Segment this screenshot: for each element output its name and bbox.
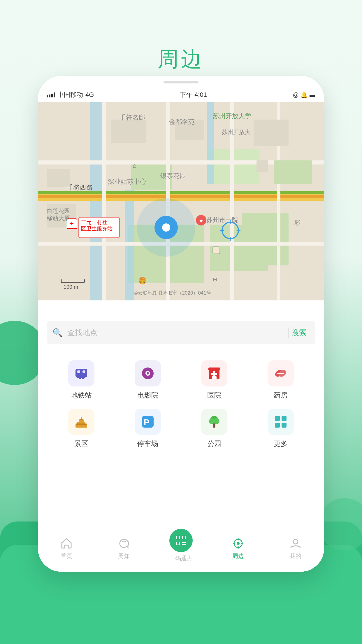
svg-rect-63 <box>82 370 85 373</box>
poi-subway[interactable]: 地铁站 <box>52 360 110 400</box>
phone-frame: 中国移动 4G 下午 4:01 @ 🔔 ▬ <box>38 76 324 572</box>
signal-bar-4 <box>54 92 55 97</box>
svg-rect-95 <box>282 416 287 421</box>
search-bar[interactable]: 🔍 查找地点 搜索 <box>47 321 315 344</box>
status-right: @ 🔔 ▬ <box>293 91 315 98</box>
svg-rect-59 <box>213 247 220 254</box>
parking-icon: P <box>135 409 161 435</box>
signal-bar-2 <box>49 94 50 97</box>
svg-text:©云联地图 图苏E审（2020）041号: ©云联地图 图苏E审（2020）041号 <box>134 290 211 296</box>
svg-point-114 <box>293 539 298 544</box>
park-label: 公园 <box>207 439 221 448</box>
svg-rect-105 <box>184 542 186 543</box>
svg-rect-94 <box>275 416 280 421</box>
status-left: 中国移动 4G <box>47 90 94 99</box>
svg-rect-78 <box>212 376 217 379</box>
svg-rect-106 <box>182 544 184 545</box>
cinema-label: 电影院 <box>137 391 158 400</box>
poi-cinema[interactable]: 电影院 <box>119 360 177 400</box>
svg-text:⌂: ⌂ <box>133 162 136 169</box>
tab-notice[interactable]: 周知 <box>95 537 152 560</box>
svg-rect-61 <box>75 369 87 377</box>
tab-nearby-label: 周边 <box>232 552 244 560</box>
scenic-label: 景区 <box>74 439 88 448</box>
svg-rect-23 <box>274 160 312 184</box>
svg-point-109 <box>237 542 240 545</box>
cinema-icon <box>135 360 161 386</box>
search-icon: 🔍 <box>52 328 63 337</box>
svg-rect-99 <box>177 536 179 539</box>
network-type: 4G <box>85 91 94 99</box>
tab-home[interactable]: 首页 <box>38 537 95 560</box>
svg-text:P: P <box>144 417 150 427</box>
svg-text:银泰花园: 银泰花园 <box>160 172 186 179</box>
svg-rect-96 <box>275 423 280 428</box>
map-container[interactable]: 千符名邸 金都名苑 苏州开放大学 苏州开放大 白莲花园 移动大厦 深业姑苏中心 … <box>38 102 324 300</box>
svg-rect-24 <box>256 160 268 172</box>
search-button[interactable]: 搜索 <box>288 328 310 338</box>
search-placeholder[interactable]: 查找地点 <box>67 328 284 338</box>
svg-rect-6 <box>90 102 102 300</box>
hospital-icon <box>201 360 227 386</box>
svg-rect-22 <box>254 120 289 146</box>
poi-grid: 地铁站 电影院 <box>47 351 315 457</box>
svg-text:⊟: ⊟ <box>213 276 217 282</box>
tab-code[interactable]: 一码通办 <box>152 535 210 562</box>
tab-mine[interactable]: 我的 <box>267 537 324 560</box>
svg-text:100 m: 100 m <box>64 284 78 290</box>
svg-text:苏州开放大: 苏州开放大 <box>222 129 251 135</box>
svg-rect-77 <box>211 373 217 375</box>
subway-label: 地铁站 <box>71 391 92 400</box>
tab-notice-label: 周知 <box>118 552 130 560</box>
svg-rect-10 <box>38 195 324 198</box>
park-icon <box>201 409 227 435</box>
tab-nearby[interactable]: 周边 <box>210 537 267 560</box>
signal-bar-1 <box>47 95 48 97</box>
status-bar: 中国移动 4G 下午 4:01 @ 🔔 ▬ <box>38 88 324 102</box>
signal-bars <box>47 92 55 97</box>
tab-home-label: 首页 <box>61 552 72 560</box>
tab-code-icon[interactable] <box>169 529 193 552</box>
svg-rect-20 <box>111 120 146 143</box>
svg-rect-97 <box>282 423 287 428</box>
volume-icon: 🔔 <box>301 91 308 98</box>
poi-hospital[interactable]: 医院 <box>185 360 243 400</box>
map-svg: 千符名邸 金都名苑 苏州开放大学 苏州开放大 白莲花园 移动大厦 深业姑苏中心 … <box>38 102 324 300</box>
scenic-icon <box>68 409 94 435</box>
carrier-name: 中国移动 <box>57 90 83 99</box>
poi-parking[interactable]: P 停车场 <box>119 409 177 448</box>
svg-point-52 <box>162 223 170 232</box>
page-title: 周边 <box>0 45 362 73</box>
svg-text:苏州开放大学: 苏州开放大学 <box>213 112 251 120</box>
battery-icon: ▬ <box>310 92 315 98</box>
tab-bar: 首页 周知 <box>38 531 324 572</box>
pharmacy-label: 药房 <box>274 391 288 400</box>
poi-more[interactable]: 更多 <box>252 409 310 448</box>
at-icon: @ <box>293 92 299 98</box>
svg-text:★: ★ <box>199 218 203 223</box>
more-icon <box>268 409 294 435</box>
poi-park[interactable]: 公园 <box>185 409 243 448</box>
poi-pharmacy[interactable]: 药房 <box>252 360 310 400</box>
more-label: 更多 <box>274 439 288 448</box>
svg-point-69 <box>147 372 149 374</box>
svg-rect-14 <box>102 102 106 300</box>
notice-icon <box>117 537 130 550</box>
svg-text:移动大厦: 移动大厦 <box>47 215 70 221</box>
svg-rect-86 <box>80 419 83 420</box>
svg-text:白莲花园: 白莲花园 <box>47 208 70 214</box>
svg-rect-101 <box>183 536 185 539</box>
svg-rect-18 <box>47 169 70 187</box>
svg-text:+: + <box>70 220 74 227</box>
subway-icon <box>68 360 94 386</box>
status-time: 下午 4:01 <box>180 90 207 99</box>
pharmacy-icon <box>268 360 294 386</box>
svg-rect-75 <box>208 368 220 370</box>
svg-rect-107 <box>184 544 186 545</box>
parking-label: 停车场 <box>137 439 158 448</box>
poi-scenic[interactable]: 景区 <box>52 409 110 448</box>
svg-rect-104 <box>182 542 184 543</box>
tab-mine-label: 我的 <box>290 552 301 560</box>
svg-text:千将西路: 千将西路 <box>67 184 93 191</box>
svg-point-93 <box>214 418 219 424</box>
